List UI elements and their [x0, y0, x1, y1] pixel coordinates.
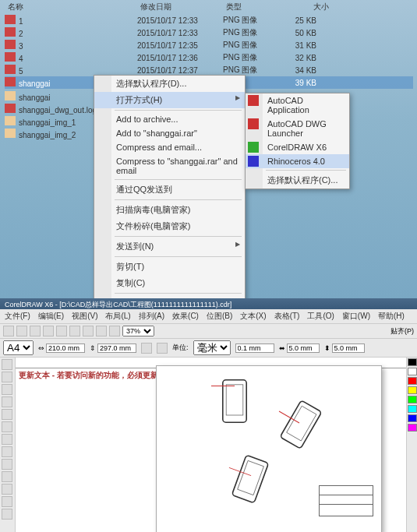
menu-item[interactable]: 排列(A) [139, 311, 164, 322]
swatch-white[interactable] [408, 368, 417, 375]
menu-item[interactable]: 编辑(E) [38, 311, 64, 322]
dimension-tool-icon[interactable] [2, 484, 12, 495]
app-menu-item[interactable]: AutoCAD Application [246, 93, 349, 117]
zoom-select[interactable]: 37% [122, 326, 154, 336]
menu-item[interactable]: Compress to "shanggai.rar" and email [94, 154, 245, 178]
col-type[interactable]: 类型 [223, 2, 277, 12]
new-icon[interactable] [3, 326, 14, 336]
menu-item[interactable]: 窗口(W) [342, 311, 370, 322]
file-row[interactable]: 12015/10/17 12:33PNG 图像25 KB [5, 14, 413, 26]
menu-item[interactable]: 扫描病毒(电脑管家) [94, 202, 245, 218]
standard-toolbar[interactable]: 37% 贴齐(P) [0, 324, 417, 339]
menu-item[interactable]: 帮助(H) [378, 311, 405, 322]
app-icon [248, 156, 259, 167]
height-input[interactable] [97, 344, 136, 353]
menu-item[interactable]: 选择默认程序(D)... [94, 76, 245, 92]
ellipse-tool-icon[interactable] [2, 434, 12, 445]
outline-tool-icon[interactable] [2, 509, 12, 520]
menu-item[interactable]: 通过QQ发送到 [94, 181, 245, 198]
text-tool-icon[interactable] [2, 459, 12, 470]
menu-item[interactable]: 效果(C) [172, 311, 199, 322]
unit-label: 单位: [172, 343, 189, 353]
menu-item[interactable]: 文件(F) [5, 311, 30, 322]
col-size[interactable]: 大小 [277, 2, 332, 12]
drawing-object[interactable] [279, 400, 323, 449]
app-menu-item[interactable]: 选择默认程序(C)... [246, 172, 349, 188]
menu-item[interactable]: 位图(B) [207, 311, 232, 322]
rectangle-tool-icon[interactable] [2, 421, 12, 432]
menu-item[interactable]: Compress and email... [94, 140, 245, 154]
menu-item[interactable]: 布局(L) [105, 311, 130, 322]
file-explorer-window: 名称 修改日期 类型 大小 12015/10/17 12:33PNG 图像25 … [0, 0, 417, 298]
width-icon: ⇔ [38, 344, 44, 352]
paste-icon[interactable] [83, 326, 94, 336]
undo-icon[interactable] [96, 326, 107, 336]
save-icon[interactable] [30, 326, 41, 336]
drawing-object[interactable] [231, 454, 269, 504]
menu-item[interactable]: 剪切(T) [94, 259, 245, 275]
swatch-green[interactable] [408, 396, 417, 403]
menu-item[interactable]: 复制(C) [94, 275, 245, 291]
zoom-tool-icon[interactable] [2, 396, 12, 407]
freehand-tool-icon[interactable] [2, 409, 12, 420]
swatch-yellow[interactable] [408, 386, 417, 394]
menu-item[interactable]: 工具(O) [307, 311, 334, 322]
toolbox[interactable] [0, 358, 16, 532]
page [156, 365, 382, 532]
menu-item[interactable]: 文本(X) [240, 311, 266, 322]
paper-select[interactable]: A4 [3, 340, 34, 355]
crop-tool-icon[interactable] [2, 384, 12, 395]
pick-tool-icon[interactable] [2, 359, 12, 370]
file-row[interactable]: 22015/10/17 12:33PNG 图像50 KB [5, 26, 413, 39]
app-icon [248, 95, 259, 106]
table-tool-icon[interactable] [2, 471, 12, 482]
menu-item[interactable]: 视图(V) [72, 311, 97, 322]
fill-tool-icon[interactable] [2, 496, 12, 507]
app-menu-item[interactable]: AutoCAD DWG Launcher [246, 117, 349, 140]
col-name[interactable]: 名称 [5, 2, 137, 12]
coreldraw-window: CorelDRAW X6 - [D:\CAD总样导出CAD\工程图(111111… [0, 298, 417, 532]
width-input[interactable] [46, 344, 85, 353]
swatch-red[interactable] [408, 377, 417, 385]
cut-icon[interactable] [56, 326, 67, 336]
shape-tool-icon[interactable] [2, 372, 12, 382]
swatch-black[interactable] [408, 358, 417, 366]
app-icon [248, 118, 259, 129]
file-list-header: 名称 修改日期 类型 大小 [5, 0, 413, 14]
portrait-icon[interactable] [141, 343, 152, 354]
col-date[interactable]: 修改日期 [137, 2, 223, 12]
landscape-icon[interactable] [157, 343, 168, 354]
drawing-canvas[interactable]: 更新文本 - 若要访问新的功能，必须更新文本。 jingyan.baidu.co… [16, 358, 406, 532]
nudge-input[interactable] [235, 344, 274, 353]
menu-item[interactable]: 文件粉碎(电脑管家) [94, 218, 245, 234]
copy-icon[interactable] [69, 326, 80, 336]
context-menu[interactable]: 选择默认程序(D)...打开方式(H)Add to archive...Add … [94, 75, 246, 298]
unit-select[interactable]: 毫米 [193, 340, 231, 355]
color-palette[interactable] [406, 358, 417, 532]
app-menu-item[interactable]: Rhinoceros 4.0 [246, 154, 349, 168]
property-bar[interactable]: A4 ⇔ ⇕ 单位: 毫米 ⬌ ⬍ [0, 339, 417, 358]
swatch-blue[interactable] [408, 414, 417, 422]
app-icon [248, 142, 259, 153]
menu-item[interactable]: 表格(T) [274, 311, 300, 322]
dupy-input[interactable] [332, 344, 365, 353]
open-icon[interactable] [16, 326, 27, 336]
menu-item[interactable]: 打开方式(H) [94, 92, 245, 108]
file-row[interactable]: 42015/10/17 12:36PNG 图像32 KB [5, 51, 413, 64]
swatch-cyan[interactable] [408, 405, 417, 413]
app-menu-item[interactable]: CorelDRAW X6 [246, 140, 349, 154]
swatch-magenta[interactable] [408, 424, 417, 432]
dupx-input[interactable] [287, 344, 320, 353]
menu-bar[interactable]: 文件(F)编辑(E)视图(V)布局(L)排列(A)效果(C)位图(B)文本(X)… [0, 309, 417, 324]
redo-icon[interactable] [109, 326, 120, 336]
snap-label[interactable]: 贴齐(P) [390, 326, 414, 336]
polygon-tool-icon[interactable] [2, 446, 12, 457]
open-with-submenu[interactable]: AutoCAD ApplicationAutoCAD DWG LauncherC… [245, 93, 350, 189]
file-row[interactable]: 32015/10/17 12:35PNG 图像31 KB [5, 39, 413, 51]
menu-item[interactable]: Add to "shanggai.rar" [94, 126, 245, 140]
menu-item[interactable]: Add to archive... [94, 112, 245, 126]
window-title: CorelDRAW X6 - [D:\CAD总样导出CAD\工程图(111111… [0, 298, 417, 309]
menu-item[interactable]: 发送到(N) [94, 238, 245, 255]
dimension-line [211, 386, 235, 386]
print-icon[interactable] [43, 326, 54, 336]
